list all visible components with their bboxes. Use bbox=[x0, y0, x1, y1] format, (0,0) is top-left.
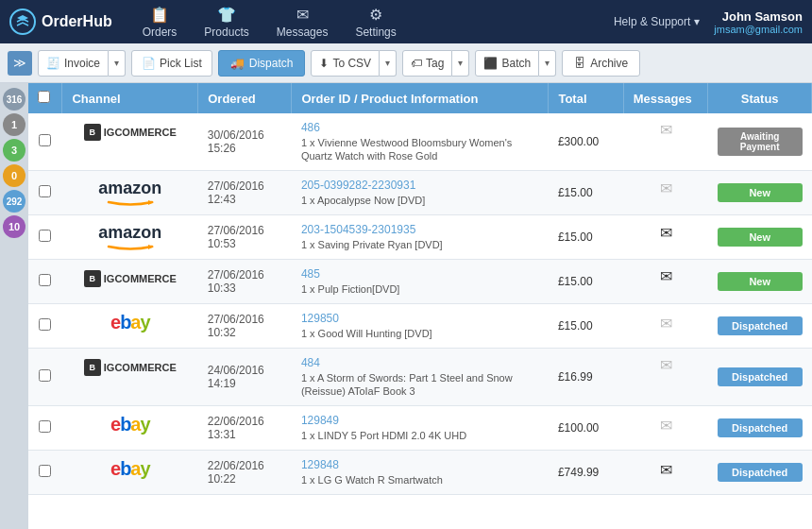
product-description: 1 x Vivienne Westwood Bloomsbury Women's… bbox=[301, 137, 512, 162]
nav-orders-label: Orders bbox=[143, 26, 178, 39]
row-ordered: 27/06/201610:53 bbox=[198, 215, 292, 260]
order-id-link[interactable]: 129849 bbox=[301, 414, 539, 427]
status-badge[interactable]: New bbox=[718, 183, 803, 202]
picklist-icon: 📄 bbox=[142, 57, 156, 70]
app-name: OrderHub bbox=[42, 13, 112, 30]
row-total: £15.00 bbox=[549, 304, 623, 349]
row-checkbox[interactable] bbox=[39, 465, 51, 477]
order-date: 30/06/2016 bbox=[208, 128, 282, 142]
status-badge[interactable]: Dispatched bbox=[718, 463, 803, 482]
select-all-checkbox[interactable] bbox=[38, 91, 50, 103]
row-checkbox[interactable] bbox=[39, 369, 51, 382]
order-id-link[interactable]: 484 bbox=[301, 356, 539, 369]
row-channel: amazon bbox=[62, 215, 198, 258]
row-messages: ✉ bbox=[623, 349, 708, 382]
logo[interactable]: OrderHub bbox=[9, 9, 112, 35]
nav-settings[interactable]: ⚙ Settings bbox=[344, 2, 407, 43]
nav-orders[interactable]: 📋 Orders bbox=[131, 2, 189, 43]
order-id-link[interactable]: 129850 bbox=[301, 312, 539, 325]
row-total: £15.00 bbox=[549, 215, 623, 260]
sidebar-toggle-button[interactable]: ≫ bbox=[8, 51, 32, 76]
nav-messages[interactable]: ✉ Messages bbox=[265, 2, 340, 43]
tocsv-dropdown-arrow[interactable]: ▾ bbox=[380, 50, 397, 77]
message-icon-empty: ✉ bbox=[660, 121, 672, 139]
orders-icon: 📋 bbox=[150, 6, 169, 24]
message-icon-filled: ✉ bbox=[660, 461, 672, 479]
tag-button[interactable]: 🏷 Tag bbox=[402, 50, 452, 77]
row-checkbox[interactable] bbox=[39, 185, 51, 197]
help-support-button[interactable]: Help & Support ▾ bbox=[614, 15, 700, 28]
table-row: ebay22/06/201613:311298491 x LINDY 5 Por… bbox=[28, 406, 812, 451]
row-messages: ✉ bbox=[623, 172, 708, 205]
row-order-info: 1298481 x LG G Watch R Smartwatch bbox=[292, 451, 549, 495]
user-email: jmsam@gmail.com bbox=[714, 24, 803, 35]
sidebar-badge-0[interactable]: 0 bbox=[3, 164, 25, 187]
table-row: BIGCOMMERCE27/06/201610:334851 x Pulp Fi… bbox=[28, 260, 812, 304]
order-id-link[interactable]: 129848 bbox=[301, 458, 539, 471]
row-order-info: 4861 x Vivienne Westwood Bloomsbury Wome… bbox=[292, 113, 549, 171]
row-channel: BIGCOMMERCE bbox=[62, 116, 198, 148]
status-badge[interactable]: New bbox=[718, 272, 803, 291]
row-checkbox-cell bbox=[28, 349, 62, 406]
row-status: Dispatched bbox=[708, 451, 812, 495]
row-order-info: 203-1504539-23019351 x Saving Private Ry… bbox=[292, 215, 549, 260]
order-id-link[interactable]: 203-1504539-2301935 bbox=[301, 223, 539, 236]
bc-text: IGCOMMERCE bbox=[104, 273, 177, 284]
message-icon-filled: ✉ bbox=[660, 267, 672, 285]
sidebar-badge-10[interactable]: 10 bbox=[3, 215, 25, 238]
app-header: OrderHub 📋 Orders 👕 Products ✉ Messages … bbox=[0, 0, 812, 43]
dispatch-button[interactable]: 🚚 Dispatch bbox=[218, 50, 306, 77]
row-checkbox-cell bbox=[28, 113, 62, 171]
batch-icon: ⬛ bbox=[483, 57, 498, 70]
amazon-text: amazon bbox=[98, 179, 161, 198]
table-row: amazon 27/06/201612:43205-0399282-223093… bbox=[28, 171, 812, 215]
product-description: 1 x LINDY 5 Port HDMI 2.0 4K UHD bbox=[301, 430, 466, 441]
status-badge[interactable]: Dispatched bbox=[718, 316, 803, 335]
picklist-button[interactable]: 📄 Pick List bbox=[131, 50, 212, 77]
row-ordered: 22/06/201613:31 bbox=[198, 406, 292, 451]
status-badge[interactable]: Dispatched bbox=[718, 367, 803, 386]
batch-button[interactable]: ⬛ Batch bbox=[475, 50, 539, 77]
row-messages: ✉ bbox=[623, 216, 708, 249]
row-order-info: 205-0399282-22309311 x Apocalypse Now [D… bbox=[292, 171, 549, 215]
row-checkbox[interactable] bbox=[39, 274, 51, 286]
tag-dropdown-arrow[interactable]: ▾ bbox=[452, 50, 469, 77]
user-info[interactable]: John Samson jmsam@gmail.com bbox=[714, 9, 803, 35]
sidebar-badge-3[interactable]: 3 bbox=[3, 139, 25, 162]
row-checkbox-cell bbox=[28, 451, 62, 495]
status-badge[interactable]: New bbox=[718, 228, 803, 247]
order-time: 15:26 bbox=[208, 142, 282, 155]
nav-products-label: Products bbox=[204, 26, 248, 39]
order-id-link[interactable]: 485 bbox=[301, 267, 539, 281]
order-time: 13:31 bbox=[208, 428, 282, 441]
invoice-dropdown-arrow[interactable]: ▾ bbox=[109, 50, 126, 77]
row-status: Dispatched bbox=[708, 349, 812, 406]
order-id-link[interactable]: 486 bbox=[301, 121, 539, 134]
amazon-logo: amazon bbox=[98, 223, 161, 250]
status-badge[interactable]: Awaiting Payment bbox=[718, 128, 803, 156]
row-channel: ebay bbox=[62, 406, 198, 443]
status-badge[interactable]: Dispatched bbox=[718, 418, 803, 437]
order-date: 27/06/2016 bbox=[208, 224, 282, 237]
message-icon-filled: ✉ bbox=[660, 224, 672, 242]
table-body: BIGCOMMERCE30/06/201615:264861 x Vivienn… bbox=[28, 113, 812, 495]
sidebar-badge-1[interactable]: 1 bbox=[3, 113, 25, 136]
row-checkbox[interactable] bbox=[39, 134, 51, 146]
row-channel: ebay bbox=[62, 451, 198, 487]
row-checkbox[interactable] bbox=[39, 318, 51, 331]
order-id-link[interactable]: 205-0399282-2230931 bbox=[301, 179, 539, 192]
sidebar-badge-292[interactable]: 292 bbox=[3, 190, 25, 213]
row-checkbox[interactable] bbox=[39, 230, 51, 242]
sidebar-badge-316[interactable]: 316 bbox=[3, 88, 25, 111]
tocsv-button[interactable]: ⬇ To CSV bbox=[311, 50, 380, 77]
header-checkbox-col bbox=[28, 83, 62, 113]
row-status: Dispatched bbox=[708, 304, 812, 349]
amazon-arrow-icon bbox=[107, 243, 154, 250]
batch-dropdown-arrow[interactable]: ▾ bbox=[539, 50, 556, 77]
row-checkbox[interactable] bbox=[39, 420, 51, 433]
nav-products[interactable]: 👕 Products bbox=[193, 2, 260, 43]
invoice-button[interactable]: 🧾 Invoice bbox=[38, 50, 109, 77]
row-total: £300.00 bbox=[549, 113, 623, 171]
tocsv-label: To CSV bbox=[332, 57, 371, 70]
archive-button[interactable]: 🗄 Archive bbox=[562, 50, 640, 77]
